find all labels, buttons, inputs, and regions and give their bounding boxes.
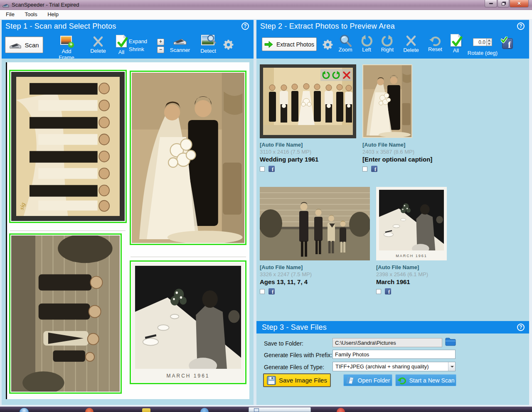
browse-folder-icon[interactable] [445, 337, 456, 347]
active-task-button[interactable] [249, 407, 311, 412]
preview-photo-toolbar [320, 69, 352, 81]
rotate-left-label: Left [357, 47, 376, 53]
floppy-disk-icon [267, 376, 276, 385]
help-icon[interactable] [241, 22, 249, 30]
delete-icon[interactable] [342, 71, 351, 79]
extract-label: Extract Photos [276, 41, 314, 48]
spinner-down-icon[interactable] [487, 42, 492, 46]
photo-dimensions: 3110 x 2416 (7.5 MP) [260, 148, 357, 155]
all-label: All [112, 49, 131, 55]
scanner-select-button[interactable]: Scanner [167, 36, 193, 53]
preview-photo-3[interactable] [260, 187, 370, 260]
reset-label: Reset [425, 46, 445, 52]
spinner-up-icon[interactable] [487, 39, 492, 42]
minimize-button[interactable] [485, 0, 497, 7]
scan-photo-frame-4[interactable]: MARCH 1961 [130, 260, 246, 384]
facebook-share-checkbox[interactable] [260, 167, 265, 172]
rotate-right-label: Right [377, 47, 397, 53]
preview-photo-1[interactable] [260, 64, 356, 138]
close-button[interactable] [510, 0, 529, 7]
photo-caption[interactable]: Ages 13, 11, 7, 4 [260, 278, 357, 286]
preview-photo-2[interactable] [362, 64, 412, 138]
zoom-button[interactable]: Zoom [335, 34, 356, 53]
delete-label: Delete [86, 48, 110, 54]
delete-x-icon [86, 36, 110, 47]
dropdown-arrow-icon[interactable] [448, 362, 455, 371]
facebook-icon [268, 166, 275, 172]
step1-toolbar: Scan + Add Frame Delete All Expand [2, 32, 254, 59]
delete-photo-button[interactable]: Delete [400, 35, 422, 53]
scanner-device-icon [167, 36, 193, 47]
photo-caption[interactable]: Wedding party 1961 [260, 155, 357, 164]
preview-caption-1: [Auto File Name] 3110 x 2416 (7.5 MP) We… [260, 141, 357, 172]
help-icon[interactable] [517, 22, 525, 30]
minimize-icon [489, 3, 493, 4]
scan-button[interactable]: Scan [5, 37, 43, 53]
scanner-icon [9, 41, 22, 49]
expand-shrink-labels: Expand Shrink [129, 38, 152, 52]
browser-taskbar-icon[interactable] [200, 408, 209, 412]
rotate-left-icon[interactable] [322, 71, 330, 79]
facebook-share-checkbox[interactable] [260, 289, 265, 294]
prefix-input[interactable] [332, 350, 456, 359]
select-all-button[interactable]: All [112, 35, 131, 55]
check-icon [501, 37, 507, 43]
check-all-icon [116, 35, 127, 47]
preview-photo-4[interactable]: MARCH 1961 [376, 187, 447, 260]
rotate-left-icon [357, 35, 376, 47]
scan-photo-frame-2[interactable] [130, 71, 246, 245]
facebook-share-checkbox[interactable] [362, 167, 367, 172]
reset-button[interactable]: Reset [425, 35, 445, 52]
rotate-right-icon[interactable] [332, 71, 340, 79]
restore-button[interactable] [498, 0, 509, 7]
menu-tools[interactable]: Tools [20, 10, 41, 19]
auto-file-name: [Auto File Name] [362, 141, 441, 148]
window-title: ScanSpeeder - Trial Expired [12, 0, 79, 10]
zoom-icon [335, 34, 356, 47]
start-button[interactable] [19, 407, 29, 412]
settings-gear-icon[interactable] [223, 39, 234, 50]
menu-file[interactable]: File [2, 10, 19, 19]
reset-icon [425, 35, 445, 47]
shrink-button[interactable] [157, 47, 164, 53]
extract-photos-button[interactable]: Extract Photos [262, 37, 317, 51]
rotate-right-button[interactable]: Right [377, 35, 397, 53]
save-to-folder-input[interactable] [332, 338, 442, 347]
facebook-upload-icon[interactable] [502, 38, 513, 49]
rotate-left-button[interactable]: Left [357, 35, 376, 53]
titlebar: ScanSpeeder - Trial Expired [0, 0, 532, 10]
scan-photo-frame-3[interactable] [9, 233, 122, 394]
taskbar-app-icon[interactable] [85, 408, 94, 412]
preview-area: [Auto File Name] 3110 x 2416 (7.5 MP) We… [256, 59, 529, 321]
step2-toolbar: Extract Photos Zoom Left Right [256, 32, 529, 59]
detect-icon [201, 35, 215, 46]
preview-photo-2-image [363, 65, 411, 137]
start-new-scan-button[interactable]: Start a New Scan [395, 374, 456, 386]
settings-gear-icon[interactable] [322, 39, 333, 50]
rotate-deg-label: Rotate (deg) [462, 50, 503, 56]
photo-dimensions: 2398 x 2546 (6.1 MP) [376, 271, 455, 278]
help-icon[interactable] [517, 324, 525, 331]
preview-caption-4: [Auto File Name] 2398 x 2546 (6.1 MP) Ma… [376, 264, 455, 294]
save-image-files-button[interactable]: Save Image Files [263, 373, 331, 387]
menu-help[interactable]: Help [43, 10, 63, 19]
photo-caption[interactable]: [Enter optional caption] [362, 155, 441, 164]
add-frame-icon: + [60, 36, 73, 47]
preview-photo-3-image [260, 187, 370, 260]
expand-label: Expand [129, 38, 152, 44]
facebook-share-checkbox[interactable] [376, 289, 381, 294]
photo-caption[interactable]: March 1961 [376, 278, 455, 286]
folder-taskbar-icon[interactable] [142, 408, 150, 412]
detect-button[interactable]: Detect [196, 35, 220, 54]
scan-photo-frame-1[interactable]: sig [9, 70, 127, 223]
preview-caption-2: [Auto File Name] 2403 x 3587 (8.6 MP) [E… [362, 141, 441, 172]
add-frame-button[interactable]: + Add Frame [53, 36, 80, 61]
taskbar-app-icon[interactable] [337, 408, 345, 412]
shrink-label: Shrink [129, 46, 152, 52]
rotate-degrees-input[interactable]: 0.0 [473, 38, 492, 46]
delete-frame-button[interactable]: Delete [86, 36, 110, 54]
rotate-right-icon [377, 35, 397, 47]
file-type-dropdown[interactable]: TIFF+JPEG (archival + sharing quality) [332, 362, 456, 371]
expand-button[interactable] [157, 39, 164, 45]
open-folder-button[interactable]: Open Folder [343, 374, 392, 386]
